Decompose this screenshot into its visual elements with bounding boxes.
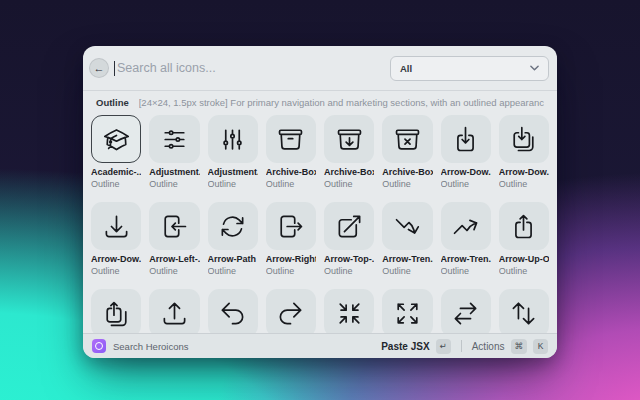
category-dropdown[interactable]: All — [390, 56, 549, 81]
arrow-down-on-square-stack-icon — [510, 126, 537, 153]
tile-label: Arrow-Tren... — [441, 254, 491, 265]
footer-separator — [461, 340, 462, 352]
tile-arrow-up-on-square-stack[interactable] — [91, 289, 141, 333]
arrow-left-icon: ← — [94, 62, 105, 74]
tile-sublabel: Outline — [324, 179, 374, 190]
tile-arrow-trending-up[interactable] — [441, 202, 491, 250]
section-title: Outline — [96, 97, 129, 108]
tile-label: Archive-Box... — [382, 167, 432, 178]
arrows-pointing-out-icon — [394, 300, 421, 327]
tile-arrow-right-on-rectangle[interactable] — [266, 202, 316, 250]
search-field-wrap — [114, 61, 390, 76]
grid-cell: Arrow-Left-... Outline — [149, 202, 199, 277]
grid-cell: Archive-Box... Outline — [324, 115, 374, 190]
paste-jsx-label: Paste JSX — [381, 341, 429, 352]
tile-arrow-trending-down[interactable] — [382, 202, 432, 250]
tile-sublabel: Outline — [149, 266, 199, 277]
grid-cell: Adjustment... Outline — [149, 115, 199, 190]
tile-sublabel: Outline — [499, 179, 549, 190]
tile-label: Arrow-Up-O... — [499, 254, 549, 265]
grid-cell — [499, 289, 549, 333]
tile-sublabel: Outline — [208, 179, 258, 190]
tile-sublabel: Outline — [266, 266, 316, 277]
arrow-up-on-square-stack-icon — [103, 300, 130, 327]
tile-sublabel: Outline — [149, 179, 199, 190]
grid-cell: Arrow-Up-O... Outline — [499, 202, 549, 277]
grid-cell: Arrow-Tren... Outline — [441, 202, 491, 277]
tile-sublabel: Outline — [266, 179, 316, 190]
adjustments-horizontal-icon — [161, 126, 188, 153]
tile-sublabel: Outline — [91, 179, 141, 190]
tile-adjustments-horizontal[interactable] — [149, 115, 199, 163]
tile-label: Arrow-Tren... — [382, 254, 432, 265]
grid-cell: Arrow-Path Outline — [208, 202, 258, 277]
tile-archive-box-x-mark[interactable] — [382, 115, 432, 163]
tile-adjustments-vertical[interactable] — [208, 115, 258, 163]
tile-archive-box-arrow-down[interactable] — [324, 115, 374, 163]
tile-arrow-down-on-square-stack[interactable] — [499, 115, 549, 163]
tile-sublabel: Outline — [91, 266, 141, 277]
tile-label: Adjustment... — [208, 167, 258, 178]
arrow-down-on-square-icon — [452, 126, 479, 153]
arrow-uturn-right-icon — [277, 300, 304, 327]
tile-arrows-pointing-out[interactable] — [382, 289, 432, 333]
grid-cell: Arrow-Dow... Outline — [499, 115, 549, 190]
tile-sublabel: Outline — [382, 266, 432, 277]
archive-box-icon — [277, 126, 304, 153]
tile-archive-box[interactable] — [266, 115, 316, 163]
tile-academic-cap[interactable] — [91, 115, 141, 163]
arrow-down-tray-icon — [103, 213, 130, 240]
grid-cell: Arrow-Dow... Outline — [91, 202, 141, 277]
arrows-up-down-icon — [510, 300, 537, 327]
tile-label: Archive-Box — [266, 167, 316, 178]
grid-cell — [441, 289, 491, 333]
tile-arrow-down-tray[interactable] — [91, 202, 141, 250]
grid-cell — [149, 289, 199, 333]
arrow-up-tray-icon — [161, 300, 188, 327]
arrows-pointing-in-icon — [336, 300, 363, 327]
section-description: [24×24, 1.5px stroke] For primary naviga… — [139, 97, 544, 108]
tile-label: Academic-... — [91, 167, 141, 178]
arrows-right-left-icon — [452, 300, 479, 327]
tile-arrow-top-right-on-square[interactable] — [324, 202, 374, 250]
tile-label: Arrow-Dow... — [441, 167, 491, 178]
search-topbar: ← All — [83, 46, 557, 90]
k-key-badge: K — [533, 339, 548, 354]
heroicons-search-window: ← All Outline [24×24, 1.5px stroke] For … — [83, 46, 557, 358]
brand-label: Search Heroicons — [113, 341, 189, 352]
tile-arrows-right-left[interactable] — [441, 289, 491, 333]
tile-arrow-uturn-right[interactable] — [266, 289, 316, 333]
tile-label: Adjustment... — [149, 167, 199, 178]
arrow-top-right-on-square-icon — [336, 213, 363, 240]
return-key-badge: ↵ — [436, 339, 451, 354]
tile-arrows-up-down[interactable] — [499, 289, 549, 333]
archive-box-arrow-down-icon — [336, 126, 363, 153]
actions-button[interactable]: Actions ⌘ K — [472, 339, 548, 354]
tile-arrow-uturn-left[interactable] — [208, 289, 258, 333]
section-header: Outline [24×24, 1.5px stroke] For primar… — [83, 91, 557, 113]
tile-label: Archive-Box... — [324, 167, 374, 178]
tile-arrow-up-on-square[interactable] — [499, 202, 549, 250]
academic-cap-icon — [103, 126, 130, 153]
arrow-path-icon — [219, 213, 246, 240]
tile-arrows-pointing-in[interactable] — [324, 289, 374, 333]
tile-arrow-up-tray[interactable] — [149, 289, 199, 333]
tile-label: Arrow-Dow... — [91, 254, 141, 265]
footer-bar: Search Heroicons Paste JSX ↵ Actions ⌘ K — [83, 333, 557, 358]
grid-cell: Arrow-Tren... Outline — [382, 202, 432, 277]
tile-arrow-path[interactable] — [208, 202, 258, 250]
grid-cell: Archive-Box... Outline — [382, 115, 432, 190]
tile-arrow-left-on-rectangle[interactable] — [149, 202, 199, 250]
tile-label: Arrow-Top-... — [324, 254, 374, 265]
tile-sublabel: Outline — [324, 266, 374, 277]
back-button[interactable]: ← — [90, 59, 108, 77]
tile-sublabel: Outline — [382, 179, 432, 190]
search-input[interactable] — [117, 61, 390, 75]
grid-cell: Arrow-Right... Outline — [266, 202, 316, 277]
paste-jsx-button[interactable]: Paste JSX ↵ — [381, 339, 451, 354]
grid-cell: Archive-Box Outline — [266, 115, 316, 190]
tile-arrow-down-on-square[interactable] — [441, 115, 491, 163]
arrow-right-on-rectangle-icon — [277, 213, 304, 240]
tile-sublabel: Outline — [208, 266, 258, 277]
grid-cell — [324, 289, 374, 333]
